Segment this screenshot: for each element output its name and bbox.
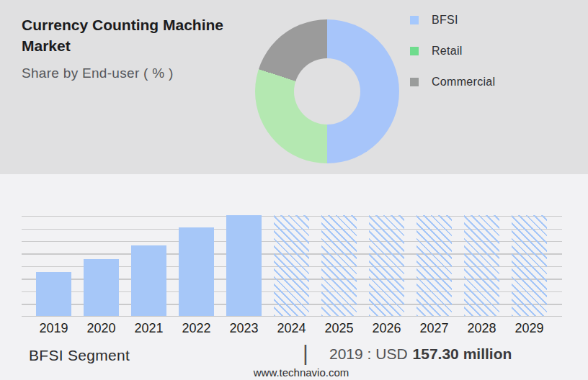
forecast-bar-2025 [321, 215, 357, 316]
header-section: Currency Counting Machine Market Share b… [0, 0, 588, 174]
x-tick-label-2028: 2028 [458, 321, 506, 336]
bar-2019 [36, 272, 71, 316]
legend-swatch [410, 78, 419, 86]
x-tick-label-2024: 2024 [268, 321, 316, 336]
legend-label: Commercial [432, 76, 495, 89]
legend-label: BFSI [432, 14, 458, 27]
legend-swatch [410, 47, 419, 55]
donut-chart [255, 19, 399, 163]
legend-swatch [410, 16, 419, 24]
segment-label: BFSI Segment [29, 347, 130, 364]
x-tick-label-2022: 2022 [173, 321, 220, 336]
forecast-bar-2026 [369, 215, 404, 316]
donut-legend: BFSIRetailCommercial [410, 14, 495, 107]
forecast-bar-2028 [464, 215, 499, 316]
x-tick-label-2020: 2020 [78, 321, 125, 336]
page-subtitle: Share by End-user ( % ) [22, 65, 174, 81]
legend-item-commercial: Commercial [410, 76, 495, 89]
value-amount: 157.30 million [413, 345, 512, 362]
forecast-bar-2029 [512, 215, 547, 316]
x-tick-label-2026: 2026 [363, 321, 411, 336]
bar-chart-plot-area [22, 216, 562, 317]
bar-2022 [179, 227, 214, 316]
bar-2023 [226, 215, 262, 316]
bar-2021 [131, 245, 166, 316]
x-tick-label-2029: 2029 [506, 321, 553, 336]
bar-chart-section: 2019202020212022202320242025202620272028… [0, 174, 588, 380]
legend-label: Retail [432, 45, 463, 58]
forecast-bar-2027 [416, 215, 452, 316]
x-tick-label-2023: 2023 [220, 321, 268, 336]
bar-2020 [84, 259, 119, 316]
legend-item-retail: Retail [410, 45, 495, 58]
page-title: Currency Counting Machine Market [22, 14, 274, 56]
forecast-bar-2024 [274, 215, 309, 316]
infographic-canvas: Currency Counting Machine Market Share b… [0, 0, 588, 380]
footer-divider: | [303, 341, 308, 366]
x-tick-label-2021: 2021 [125, 321, 173, 336]
anchor-value-text: 2019 : USD157.30 million [329, 345, 512, 363]
value-prefix: 2019 : USD [329, 345, 408, 362]
x-tick-label-2019: 2019 [30, 321, 78, 336]
x-tick-label-2025: 2025 [316, 321, 363, 336]
donut-hole [294, 58, 360, 125]
legend-item-bfsi: BFSI [410, 14, 495, 27]
x-tick-label-2027: 2027 [411, 321, 458, 336]
website-url: www.technavio.com [0, 366, 588, 379]
